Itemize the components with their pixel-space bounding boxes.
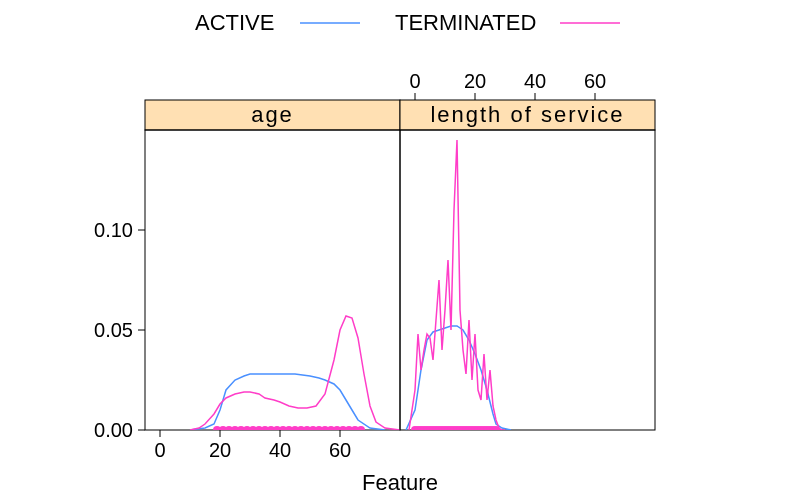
- y-tick-label: 0.10: [94, 219, 133, 241]
- rug-terminated: [411, 426, 500, 434]
- x-tick-label: 20: [464, 70, 486, 92]
- rug-terminated: [213, 426, 365, 434]
- panel-title: age: [251, 102, 294, 127]
- legend-label-active: ACTIVE: [195, 10, 274, 35]
- x-axis-label: Feature: [362, 470, 438, 495]
- density-trellis-chart: ACTIVETERMINATED0.000.050.10020406002040…: [0, 0, 801, 501]
- series-line-terminated: [409, 140, 505, 430]
- x-tick-label: 40: [269, 439, 291, 461]
- x-tick-label: 60: [329, 439, 351, 461]
- x-tick-label: 40: [524, 70, 546, 92]
- y-tick-label: 0.00: [94, 419, 133, 441]
- panel-title: length of service: [430, 102, 624, 127]
- x-tick-label: 60: [584, 70, 606, 92]
- series-line-active: [190, 374, 385, 430]
- x-tick-label: 0: [154, 439, 165, 461]
- svg-point-48: [357, 426, 365, 434]
- x-tick-label: 0: [409, 70, 420, 92]
- legend-label-terminated: TERMINATED: [395, 10, 536, 35]
- panel-box: [145, 130, 400, 430]
- series-line-terminated: [190, 316, 400, 430]
- x-tick-label: 20: [209, 439, 231, 461]
- y-tick-label: 0.05: [94, 319, 133, 341]
- legend: ACTIVETERMINATED: [195, 10, 620, 35]
